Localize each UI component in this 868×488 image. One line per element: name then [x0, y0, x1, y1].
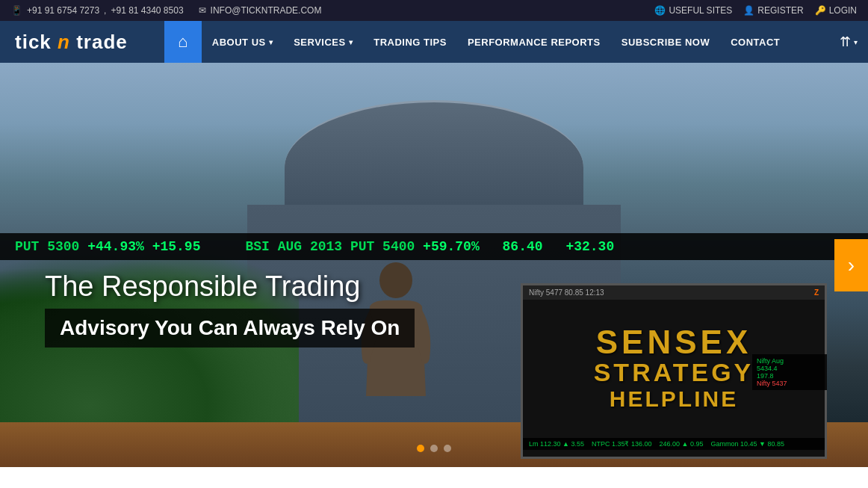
nav-trading-tips[interactable]: TRADING TIPS: [363, 21, 457, 63]
navbar: tick n trade ⌂ ABOUT US ▾ SERVICES ▾ TRA…: [0, 21, 868, 63]
phone-numbers: +91 91 6754 7273: [27, 5, 99, 16]
contact-info: 📱 +91 91 6754 7273 , +91 81 4340 8503 ✉ …: [11, 5, 321, 16]
share-icon: ⇈: [840, 34, 851, 50]
logo-tick: tick: [15, 31, 58, 53]
nav-services[interactable]: SERVICES ▾: [283, 21, 363, 63]
nav-about-us[interactable]: ABOUT US ▾: [202, 21, 283, 63]
email-info: ✉ INFO@TICKNTRADE.COM: [199, 5, 322, 16]
nav-subscribe-label: SUBSCRIBE NOW: [621, 37, 710, 48]
phone-separator: ,: [104, 5, 106, 16]
stock-gammon: Gammon 10.45 ▼ 80.85: [710, 440, 784, 448]
user-icon: 👤: [743, 5, 754, 16]
nav-share[interactable]: ⇈ ▾: [829, 34, 868, 50]
home-icon: ⌂: [178, 32, 188, 52]
zee-logo: Z: [814, 288, 819, 297]
nav-contact-label: CONTACT: [731, 37, 780, 48]
useful-sites-link[interactable]: 🌐 USEFUL SITES: [654, 5, 732, 16]
email-address: INFO@TICKNTRADE.COM: [211, 5, 322, 16]
phone-number2: +91 81 4340 8503: [111, 5, 183, 16]
sensex-word3: HELPLINE: [594, 386, 754, 412]
key-icon: 🔑: [815, 5, 826, 16]
stock-246: 246.00 ▲ 0.95: [660, 440, 704, 448]
nav-home[interactable]: ⌂: [164, 21, 202, 63]
nifty-bottom-data: Lm 112.30 ▲ 3.55 NTPC 1.35₹ 136.00 246.0…: [523, 438, 825, 450]
chevron-right-icon: ›: [848, 253, 855, 277]
nifty-screen-top: Nifty 5477 80.85 12:13 Z: [523, 285, 825, 300]
sensex-word2: STRATEGY: [594, 359, 754, 386]
stock-ticker-line: PUT 5300 +44.93% +15.95 BSI AUG 2013 PUT…: [0, 233, 868, 260]
nav-trading-label: TRADING TIPS: [373, 37, 447, 48]
carousel-dot-3[interactable]: [444, 445, 451, 452]
carousel-dots: [417, 445, 451, 452]
nav-performance-reports[interactable]: PERFORMANCE REPORTS: [457, 21, 611, 63]
about-arrow-icon: ▾: [269, 38, 273, 46]
top-nav-right: 🌐 USEFUL SITES 👤 REGISTER 🔑 LOGIN: [654, 5, 857, 16]
logo-area: tick n trade: [0, 21, 164, 63]
logo-trade: trade: [70, 31, 128, 53]
carousel-next-arrow[interactable]: ›: [834, 239, 868, 291]
ticker-item-1: PUT 5300 +44.93% +15.95: [15, 239, 200, 254]
nav-contact[interactable]: CONTACT: [720, 21, 790, 63]
email-icon: ✉: [199, 5, 206, 16]
register-label: REGISTER: [757, 5, 803, 16]
nav-services-label: SERVICES: [294, 37, 346, 48]
sensex-word1: SENSEX: [594, 326, 754, 359]
logo: tick n trade: [15, 31, 128, 54]
phone-icon: 📱: [11, 5, 22, 16]
share-arrow-icon: ▾: [854, 38, 858, 46]
hero-subtitle: Advisory You Can Always Rely On: [60, 316, 400, 339]
logo-n: n: [58, 31, 70, 53]
hero-text: The Responsible Trading Advisory You Can…: [45, 271, 415, 348]
hero-subtitle-box: Advisory You Can Always Rely On: [45, 309, 415, 348]
nav-items: ⌂ ABOUT US ▾ SERVICES ▾ TRADING TIPS PER…: [164, 21, 868, 63]
nav-about-label: ABOUT US: [212, 37, 266, 48]
hero-section: PUT 5300 +44.93% +15.95 BSI AUG 2013 PUT…: [0, 63, 868, 467]
nav-subscribe[interactable]: SUBSCRIBE NOW: [611, 21, 720, 63]
stock-ntpc: NTPC 1.35₹ 136.00: [592, 440, 652, 448]
nifty-mini-data: Nifty Aug 5434.4 197.8 Nifty 5437: [752, 354, 827, 390]
register-link[interactable]: 👤 REGISTER: [743, 5, 803, 16]
phone-info: 📱 +91 91 6754 7273 , +91 81 4340 8503: [11, 5, 184, 16]
login-link[interactable]: 🔑 LOGIN: [815, 5, 857, 16]
nav-performance-label: PERFORMANCE REPORTS: [468, 37, 601, 48]
hero-tagline: The Responsible Trading: [45, 271, 415, 303]
nifty-label: Nifty 5477 80.85 12:13: [529, 288, 604, 297]
sensex-big: SENSEX STRATEGY HELPLINE: [594, 326, 754, 412]
services-arrow-icon: ▾: [349, 38, 353, 46]
carousel-dot-1[interactable]: [417, 445, 424, 452]
useful-sites-label: USEFUL SITES: [669, 5, 732, 16]
globe-icon: 🌐: [654, 5, 666, 16]
login-label: LOGIN: [829, 5, 857, 16]
stock-lm: Lm 112.30 ▲ 3.55: [529, 440, 584, 448]
carousel-dot-2[interactable]: [430, 445, 438, 452]
ticker-item-2: BSI AUG 2013 PUT 5400 +59.70% 86.40 +32.…: [245, 239, 614, 254]
top-bar: 📱 +91 91 6754 7273 , +91 81 4340 8503 ✉ …: [0, 0, 868, 21]
